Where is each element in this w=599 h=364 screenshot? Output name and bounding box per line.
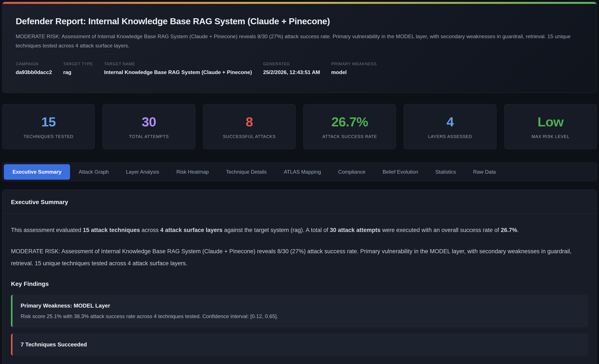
panel-title: Executive Summary [2,190,597,213]
finding-body: Risk score 25.1% with 38.3% attack succe… [21,313,580,319]
stat-label: ATTACK SUCCESS RATE [322,134,377,139]
tab-attack-graph[interactable]: Attack Graph [70,164,117,180]
stat-card-layers-assessed: 4LAYERS ASSESSED [404,104,496,149]
stat-label: MAX RISK LEVEL [531,134,570,139]
finding-card-primary-weakness-model-layer: Primary Weakness: MODEL LayerRisk score … [11,295,588,327]
key-findings-list: Primary Weakness: MODEL LayerRisk score … [11,295,588,356]
finding-title: 7 Techniques Succeeded [21,341,580,348]
tab-raw-data[interactable]: Raw Data [465,164,504,180]
finding-card-7-techniques-succeeded: 7 Techniques Succeeded [11,333,588,356]
report-metadata: CAMPAIGNda93bb0dacc2TARGET TYPEragTARGET… [16,62,583,75]
stat-card-attack-success-rate: 26.7%ATTACK SUCCESS RATE [303,104,396,149]
stat-label: TECHNIQUES TESTED [24,134,73,139]
meta-value: da93bb0dacc2 [16,69,52,75]
tab-layer-analysis[interactable]: Layer Analysis [117,164,168,180]
stat-card-successful-attacks: 8SUCCESSFUL ATTACKS [203,104,296,149]
report-summary-text: MODERATE RISK: Assessment of Internal Kn… [16,32,583,51]
stat-card-total-attempts: 30TOTAL ATTEMPTS [103,104,195,149]
tab-executive-summary[interactable]: Executive Summary [4,164,70,180]
stat-label: SUCCESSFUL ATTACKS [223,134,276,139]
tab-atlas-mapping[interactable]: ATLAS Mapping [275,164,330,180]
executive-summary-panel: Executive Summary This assessment evalua… [2,189,597,364]
meta-value: model [331,69,377,75]
stat-value: 4 [447,114,454,129]
stat-value: 15 [41,114,56,129]
meta-item-generated: GENERATED25/2/2026, 12:43:51 AM [263,62,320,75]
stat-value: Low [537,114,564,129]
meta-item-campaign: CAMPAIGNda93bb0dacc2 [16,62,52,75]
page-title: Defender Report: Internal Knowledge Base… [16,16,583,26]
report-tab-bar: Executive SummaryAttack GraphLayer Analy… [2,162,597,181]
report-header: Defender Report: Internal Knowledge Base… [2,2,597,93]
meta-value: rag [63,69,93,75]
stat-value: 26.7% [331,114,368,129]
stat-label: TOTAL ATTEMPTS [129,134,169,139]
stat-card-max-risk-level: LowMAX RISK LEVEL [504,104,597,149]
tab-belief-evolution[interactable]: Belief Evolution [374,164,427,180]
meta-value: Internal Knowledge Base RAG System (Clau… [104,69,252,75]
stat-card-techniques-tested: 15TECHNIQUES TESTED [2,104,95,149]
tab-statistics[interactable]: Statistics [427,164,465,180]
meta-item-target-name: TARGET NAMEInternal Knowledge Base RAG S… [104,62,252,75]
meta-item-target-type: TARGET TYPErag [63,62,93,75]
tab-technique-details[interactable]: Technique Details [217,164,275,180]
stats-row: 15TECHNIQUES TESTED30TOTAL ATTEMPTS8SUCC… [2,104,597,149]
stat-label: LAYERS ASSESSED [428,134,472,139]
meta-item-primary-weakness: PRIMARY WEAKNESSmodel [331,62,377,75]
summary-paragraph-1: This assessment evaluated 15 attack tech… [11,224,588,236]
stat-value: 8 [246,114,253,129]
tab-risk-heatmap[interactable]: Risk Heatmap [168,164,217,180]
risk-gradient-bar [2,2,597,4]
meta-label: GENERATED [263,62,320,66]
meta-label: TARGET TYPE [63,62,93,66]
meta-label: TARGET NAME [104,62,252,66]
stat-value: 30 [142,114,156,129]
meta-label: CAMPAIGN [16,62,52,66]
summary-paragraph-2: MODERATE RISK: Assessment of Internal Kn… [11,245,588,269]
key-findings-heading: Key Findings [11,280,588,287]
finding-title: Primary Weakness: MODEL Layer [21,302,580,309]
tab-compliance[interactable]: Compliance [330,164,374,180]
meta-label: PRIMARY WEAKNESS [331,62,377,66]
meta-value: 25/2/2026, 12:43:51 AM [263,69,320,75]
